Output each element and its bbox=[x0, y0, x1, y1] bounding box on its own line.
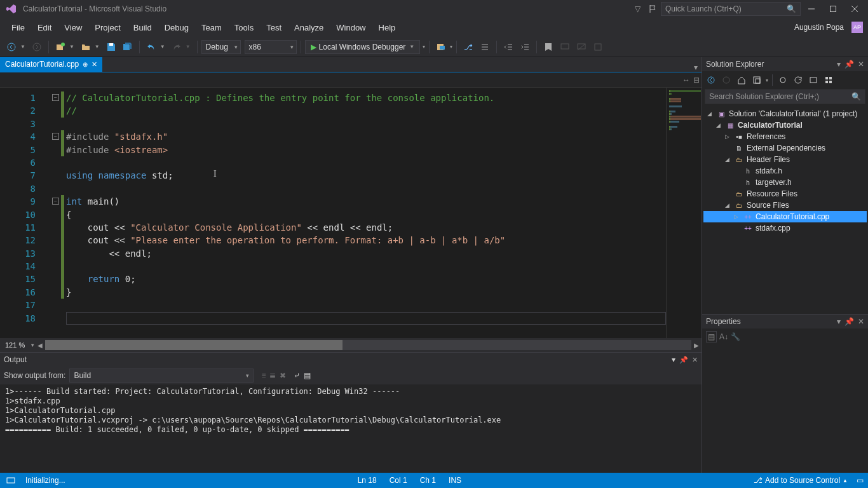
close-icon[interactable]: ✕ bbox=[858, 60, 864, 69]
save-button[interactable] bbox=[104, 39, 119, 55]
pin-icon[interactable]: 📌 bbox=[844, 60, 854, 69]
new-project-button[interactable] bbox=[53, 39, 68, 55]
undo-button[interactable] bbox=[144, 39, 159, 55]
solution-search-input[interactable]: Search Solution Explorer (Ctrl+;) 🔍 bbox=[705, 89, 865, 104]
output-source-combo[interactable]: Build ▾ bbox=[69, 369, 254, 383]
menu-help[interactable]: Help bbox=[372, 19, 402, 36]
output-toggle-icon[interactable]: ▤ bbox=[304, 371, 311, 380]
save-all-button[interactable] bbox=[120, 39, 135, 55]
close-icon[interactable]: ✕ bbox=[692, 356, 698, 364]
se-sync-icon[interactable] bbox=[776, 74, 789, 86]
menu-test[interactable]: Test bbox=[260, 19, 288, 36]
tree-node[interactable]: htargetver.h bbox=[703, 177, 867, 188]
notifications-icon[interactable]: ▭ bbox=[854, 476, 865, 485]
undo-dropdown[interactable]: ▼ bbox=[160, 39, 168, 55]
close-icon[interactable]: ✕ bbox=[858, 317, 864, 326]
flag-icon[interactable] bbox=[648, 4, 657, 13]
menu-edit[interactable]: Edit bbox=[31, 19, 58, 36]
output-text[interactable]: 1>------ Build started: Project: Calcula… bbox=[0, 384, 702, 473]
list-button[interactable] bbox=[477, 39, 492, 55]
zoom-level[interactable]: 121 % bbox=[0, 341, 30, 349]
platform-combo[interactable]: x86 bbox=[245, 40, 297, 54]
uncomment-button[interactable] bbox=[574, 39, 589, 55]
tree-node[interactable]: 🗎External Dependencies bbox=[703, 142, 867, 154]
minimize-button[interactable] bbox=[801, 1, 822, 17]
tree-node[interactable]: ++CalculatorTutorial.cpp bbox=[703, 211, 867, 222]
status-line[interactable]: Ln 18 bbox=[351, 476, 383, 485]
add-to-source-control[interactable]: ⎇ Add to Source Control ▲ bbox=[747, 476, 854, 485]
code-button[interactable]: ⎇ bbox=[461, 39, 476, 55]
tree-node[interactable]: 🗀Source Files bbox=[703, 200, 867, 211]
nav-back-button[interactable] bbox=[4, 39, 19, 55]
solution-tree[interactable]: ▣Solution 'CalculatorTutorial' (1 projec… bbox=[702, 107, 868, 314]
find-button[interactable] bbox=[590, 39, 606, 55]
tree-node[interactable]: ▣Solution 'CalculatorTutorial' (1 projec… bbox=[703, 108, 867, 119]
minimap[interactable] bbox=[666, 88, 702, 338]
pin-icon[interactable]: 📌 bbox=[844, 317, 854, 326]
fold-toggle[interactable]: − bbox=[52, 94, 59, 101]
menu-team[interactable]: Team bbox=[195, 19, 228, 36]
code-area[interactable]: // CalculatorTutorial.cpp : Defines the … bbox=[50, 88, 666, 338]
comment-button[interactable] bbox=[557, 39, 573, 55]
maximize-button[interactable] bbox=[822, 1, 844, 17]
status-ch[interactable]: Ch 1 bbox=[414, 476, 442, 485]
panel-dropdown-icon[interactable]: ▾ bbox=[837, 60, 841, 69]
open-file-button[interactable] bbox=[78, 39, 93, 55]
tree-node[interactable]: 🗀Resource Files bbox=[703, 188, 867, 200]
bookmark-icon[interactable] bbox=[541, 39, 556, 55]
tree-node[interactable]: ▦CalculatorTutorial bbox=[703, 119, 867, 131]
redo-dropdown[interactable]: ▼ bbox=[186, 39, 193, 55]
tab-close-icon[interactable]: ✕ bbox=[92, 60, 97, 69]
horizontal-scrollbar[interactable] bbox=[45, 340, 691, 350]
status-ins[interactable]: INS bbox=[442, 476, 468, 485]
properties-grid[interactable] bbox=[702, 345, 868, 473]
panel-dropdown-icon[interactable]: ▾ bbox=[672, 355, 675, 364]
menu-analyze[interactable]: Analyze bbox=[288, 19, 330, 36]
indent-button[interactable] bbox=[517, 39, 532, 55]
tab-overflow-dropdown[interactable]: ▾ bbox=[690, 63, 702, 72]
output-prev-icon[interactable]: ≡ bbox=[261, 371, 266, 380]
output-next-icon[interactable]: ≣ bbox=[269, 371, 276, 380]
pin-icon[interactable]: ⊕ bbox=[83, 61, 88, 68]
tree-node[interactable]: ++stdafx.cpp bbox=[703, 222, 867, 234]
output-wrap-icon[interactable]: ⤶ bbox=[294, 371, 300, 380]
panel-dropdown-icon[interactable]: ▾ bbox=[837, 317, 841, 326]
se-showall-icon[interactable] bbox=[822, 74, 835, 86]
se-solution-icon[interactable] bbox=[750, 74, 763, 86]
se-collapse-icon[interactable] bbox=[807, 74, 820, 86]
tab-calculatortutorial[interactable]: CalculatorTutorial.cpp ⊕ ✕ bbox=[0, 57, 102, 72]
tree-node[interactable]: •■References bbox=[703, 131, 867, 142]
user-avatar[interactable]: AP bbox=[851, 22, 863, 33]
menu-view[interactable]: View bbox=[58, 19, 88, 36]
se-fwd-icon[interactable] bbox=[720, 74, 733, 86]
tree-node[interactable]: 🗀Header Files bbox=[703, 154, 867, 165]
split-horizontal-icon[interactable]: ↔ bbox=[681, 72, 691, 87]
user-name[interactable]: Augustin Popa bbox=[789, 19, 849, 36]
prop-wrench-icon[interactable]: 🔧 bbox=[731, 332, 740, 341]
se-home-icon[interactable] bbox=[735, 74, 748, 86]
new-dropdown[interactable]: ▼ bbox=[69, 39, 77, 55]
outdent-button[interactable] bbox=[501, 39, 516, 55]
scroll-left-icon[interactable]: ◀ bbox=[35, 342, 45, 349]
se-refresh-icon[interactable] bbox=[792, 74, 804, 86]
start-debug-button[interactable]: ▶ Local Windows Debugger ▼ bbox=[305, 40, 421, 54]
status-col[interactable]: Col 1 bbox=[383, 476, 414, 485]
fold-toggle[interactable]: − bbox=[52, 133, 59, 140]
menu-project[interactable]: Project bbox=[88, 19, 126, 36]
quick-launch-input[interactable]: Quick Launch (Ctrl+Q) 🔍 bbox=[661, 2, 801, 16]
pin-icon[interactable]: 📌 bbox=[679, 356, 688, 364]
redo-button[interactable] bbox=[169, 39, 184, 55]
scroll-right-icon[interactable]: ▶ bbox=[691, 342, 702, 349]
config-combo[interactable]: Debug bbox=[201, 40, 241, 54]
menu-file[interactable]: File bbox=[5, 19, 31, 36]
fold-toggle[interactable]: − bbox=[52, 198, 59, 205]
categorized-icon[interactable]: ▤ bbox=[706, 331, 717, 342]
code-editor[interactable]: 123456789101112131415161718 // Calculato… bbox=[0, 88, 702, 338]
split-vertical-icon[interactable]: ⊟ bbox=[691, 72, 702, 87]
se-back-icon[interactable] bbox=[705, 74, 717, 86]
close-window-button[interactable] bbox=[844, 1, 865, 17]
menu-window[interactable]: Window bbox=[330, 19, 372, 36]
process-button[interactable] bbox=[433, 39, 449, 55]
nav-back-dropdown[interactable]: ▼ bbox=[20, 39, 28, 55]
open-dropdown[interactable]: ▼ bbox=[95, 39, 102, 55]
